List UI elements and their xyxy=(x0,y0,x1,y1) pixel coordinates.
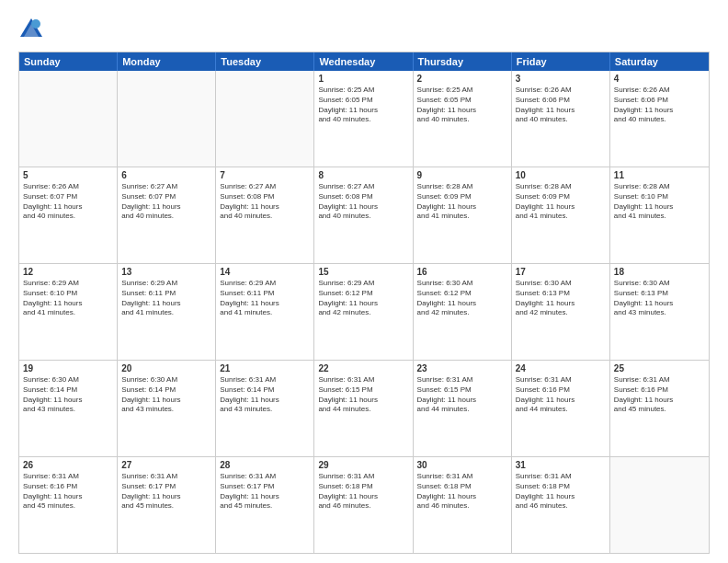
calendar-day-cell: 7Sunrise: 6:27 AMSunset: 6:08 PMDaylight… xyxy=(216,167,314,263)
day-info: Sunrise: 6:31 AMSunset: 6:16 PMDaylight:… xyxy=(516,375,606,415)
calendar-day-cell: 21Sunrise: 6:31 AMSunset: 6:14 PMDayligh… xyxy=(216,361,314,456)
calendar-header-cell: Saturday xyxy=(610,52,709,71)
calendar-day-cell: 23Sunrise: 6:31 AMSunset: 6:15 PMDayligh… xyxy=(414,361,512,456)
calendar-day-cell: 6Sunrise: 6:27 AMSunset: 6:07 PMDaylight… xyxy=(118,167,216,263)
day-info: Sunrise: 6:26 AMSunset: 6:06 PMDaylight:… xyxy=(516,86,606,125)
day-info: Sunrise: 6:29 AMSunset: 6:11 PMDaylight:… xyxy=(220,279,310,318)
page: SundayMondayTuesdayWednesdayThursdayFrid… xyxy=(0,0,728,563)
calendar-week-row: 1Sunrise: 6:25 AMSunset: 6:05 PMDaylight… xyxy=(19,71,709,167)
day-info: Sunrise: 6:28 AMSunset: 6:09 PMDaylight:… xyxy=(417,182,507,222)
day-info: Sunrise: 6:30 AMSunset: 6:13 PMDaylight:… xyxy=(516,279,606,318)
calendar-day-cell: 14Sunrise: 6:29 AMSunset: 6:11 PMDayligh… xyxy=(216,264,314,360)
day-number: 30 xyxy=(417,460,507,470)
day-info: Sunrise: 6:31 AMSunset: 6:16 PMDaylight:… xyxy=(23,472,113,511)
calendar-body: 1Sunrise: 6:25 AMSunset: 6:05 PMDaylight… xyxy=(19,71,709,553)
calendar-header-cell: Tuesday xyxy=(216,52,314,71)
calendar-day-cell: 29Sunrise: 6:31 AMSunset: 6:18 PMDayligh… xyxy=(314,457,413,553)
calendar-day-cell: 19Sunrise: 6:30 AMSunset: 6:14 PMDayligh… xyxy=(19,361,118,456)
day-number: 10 xyxy=(516,170,606,180)
header xyxy=(18,17,710,42)
day-number: 12 xyxy=(23,267,113,277)
day-number: 3 xyxy=(516,74,606,84)
calendar-day-cell: 8Sunrise: 6:27 AMSunset: 6:08 PMDaylight… xyxy=(314,167,413,263)
day-number: 31 xyxy=(516,460,606,470)
calendar-header-cell: Friday xyxy=(512,52,610,71)
calendar-day-cell: 20Sunrise: 6:30 AMSunset: 6:14 PMDayligh… xyxy=(118,361,216,456)
day-number: 17 xyxy=(516,267,606,277)
day-info: Sunrise: 6:30 AMSunset: 6:14 PMDaylight:… xyxy=(23,375,113,415)
day-info: Sunrise: 6:31 AMSunset: 6:15 PMDaylight:… xyxy=(318,375,408,415)
calendar-day-cell: 10Sunrise: 6:28 AMSunset: 6:09 PMDayligh… xyxy=(512,167,610,263)
calendar-day-cell xyxy=(19,71,118,167)
day-info: Sunrise: 6:27 AMSunset: 6:08 PMDaylight:… xyxy=(220,182,310,222)
day-info: Sunrise: 6:30 AMSunset: 6:13 PMDaylight:… xyxy=(614,279,705,318)
day-info: Sunrise: 6:28 AMSunset: 6:09 PMDaylight:… xyxy=(516,182,606,222)
day-number: 19 xyxy=(23,363,113,373)
logo-icon xyxy=(18,17,44,42)
day-info: Sunrise: 6:31 AMSunset: 6:18 PMDaylight:… xyxy=(318,472,408,511)
day-number: 29 xyxy=(318,460,408,470)
calendar-week-row: 26Sunrise: 6:31 AMSunset: 6:16 PMDayligh… xyxy=(19,457,709,553)
day-number: 2 xyxy=(417,74,507,84)
calendar-week-row: 5Sunrise: 6:26 AMSunset: 6:07 PMDaylight… xyxy=(19,167,709,264)
day-number: 16 xyxy=(417,267,507,277)
calendar-day-cell: 2Sunrise: 6:25 AMSunset: 6:05 PMDaylight… xyxy=(414,71,512,167)
calendar-day-cell: 31Sunrise: 6:31 AMSunset: 6:18 PMDayligh… xyxy=(512,457,610,553)
day-info: Sunrise: 6:31 AMSunset: 6:15 PMDaylight:… xyxy=(417,375,507,415)
calendar-day-cell: 1Sunrise: 6:25 AMSunset: 6:05 PMDaylight… xyxy=(314,71,413,167)
day-info: Sunrise: 6:25 AMSunset: 6:05 PMDaylight:… xyxy=(318,86,408,125)
calendar-header-cell: Monday xyxy=(118,52,216,71)
svg-point-2 xyxy=(31,19,40,29)
day-info: Sunrise: 6:27 AMSunset: 6:07 PMDaylight:… xyxy=(121,182,211,222)
day-number: 11 xyxy=(614,170,705,180)
day-info: Sunrise: 6:31 AMSunset: 6:17 PMDaylight:… xyxy=(121,472,211,511)
day-info: Sunrise: 6:29 AMSunset: 6:10 PMDaylight:… xyxy=(23,279,113,318)
calendar-header-cell: Thursday xyxy=(414,52,512,71)
day-number: 25 xyxy=(614,363,705,373)
calendar-day-cell xyxy=(610,457,709,553)
calendar-header-cell: Sunday xyxy=(19,52,118,71)
day-number: 20 xyxy=(121,363,211,373)
calendar-week-row: 19Sunrise: 6:30 AMSunset: 6:14 PMDayligh… xyxy=(19,361,709,457)
calendar-day-cell xyxy=(118,71,216,167)
calendar-day-cell: 5Sunrise: 6:26 AMSunset: 6:07 PMDaylight… xyxy=(19,167,118,263)
calendar-day-cell: 3Sunrise: 6:26 AMSunset: 6:06 PMDaylight… xyxy=(512,71,610,167)
calendar-day-cell xyxy=(216,71,314,167)
calendar-day-cell: 16Sunrise: 6:30 AMSunset: 6:12 PMDayligh… xyxy=(414,264,512,360)
day-info: Sunrise: 6:30 AMSunset: 6:12 PMDaylight:… xyxy=(417,279,507,318)
calendar-day-cell: 28Sunrise: 6:31 AMSunset: 6:17 PMDayligh… xyxy=(216,457,314,553)
day-number: 5 xyxy=(23,170,113,180)
calendar-day-cell: 25Sunrise: 6:31 AMSunset: 6:16 PMDayligh… xyxy=(610,361,709,456)
day-info: Sunrise: 6:26 AMSunset: 6:06 PMDaylight:… xyxy=(614,86,705,125)
day-info: Sunrise: 6:30 AMSunset: 6:14 PMDaylight:… xyxy=(121,375,211,415)
day-info: Sunrise: 6:28 AMSunset: 6:10 PMDaylight:… xyxy=(614,182,705,222)
day-number: 4 xyxy=(614,74,705,84)
calendar-day-cell: 24Sunrise: 6:31 AMSunset: 6:16 PMDayligh… xyxy=(512,361,610,456)
calendar-day-cell: 9Sunrise: 6:28 AMSunset: 6:09 PMDaylight… xyxy=(414,167,512,263)
logo xyxy=(18,17,48,42)
day-number: 9 xyxy=(417,170,507,180)
calendar-day-cell: 27Sunrise: 6:31 AMSunset: 6:17 PMDayligh… xyxy=(118,457,216,553)
day-info: Sunrise: 6:26 AMSunset: 6:07 PMDaylight:… xyxy=(23,182,113,222)
calendar-header-row: SundayMondayTuesdayWednesdayThursdayFrid… xyxy=(19,52,709,71)
day-info: Sunrise: 6:29 AMSunset: 6:12 PMDaylight:… xyxy=(318,279,408,318)
calendar-day-cell: 17Sunrise: 6:30 AMSunset: 6:13 PMDayligh… xyxy=(512,264,610,360)
day-info: Sunrise: 6:31 AMSunset: 6:16 PMDaylight:… xyxy=(614,375,705,415)
day-number: 14 xyxy=(220,267,310,277)
calendar-day-cell: 22Sunrise: 6:31 AMSunset: 6:15 PMDayligh… xyxy=(314,361,413,456)
calendar-day-cell: 15Sunrise: 6:29 AMSunset: 6:12 PMDayligh… xyxy=(314,264,413,360)
day-number: 23 xyxy=(417,363,507,373)
day-info: Sunrise: 6:29 AMSunset: 6:11 PMDaylight:… xyxy=(121,279,211,318)
day-number: 15 xyxy=(318,267,408,277)
day-info: Sunrise: 6:31 AMSunset: 6:18 PMDaylight:… xyxy=(417,472,507,511)
calendar-day-cell: 18Sunrise: 6:30 AMSunset: 6:13 PMDayligh… xyxy=(610,264,709,360)
calendar: SundayMondayTuesdayWednesdayThursdayFrid… xyxy=(18,52,710,554)
day-number: 7 xyxy=(220,170,310,180)
day-info: Sunrise: 6:25 AMSunset: 6:05 PMDaylight:… xyxy=(417,86,507,125)
day-number: 18 xyxy=(614,267,705,277)
day-number: 6 xyxy=(121,170,211,180)
day-number: 27 xyxy=(121,460,211,470)
day-number: 13 xyxy=(121,267,211,277)
day-number: 28 xyxy=(220,460,310,470)
day-info: Sunrise: 6:31 AMSunset: 6:18 PMDaylight:… xyxy=(516,472,606,511)
